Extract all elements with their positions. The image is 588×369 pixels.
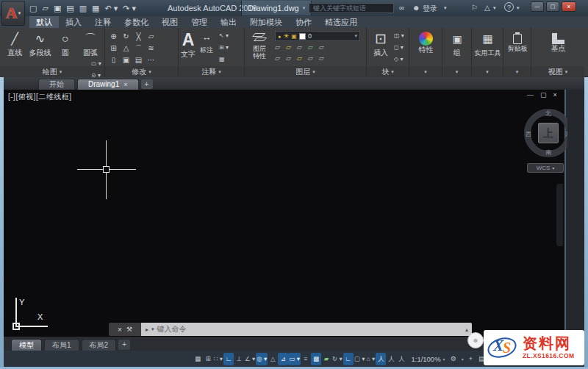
minimize-button[interactable]: — <box>531 1 544 12</box>
status-toggle-icon[interactable]: ↻ ▾ <box>331 353 343 365</box>
status-toggle-icon[interactable]: ▰ <box>321 353 331 365</box>
sign-in-button[interactable]: 登录 <box>423 4 437 14</box>
tab-drawing1[interactable]: Drawing1 × <box>77 79 139 90</box>
dimension-tool-button[interactable]: ↔ 标注 <box>200 29 213 54</box>
modify-tool-icon[interactable]: ⊞ <box>107 43 120 54</box>
command-input[interactable]: ▸ ▾ 键入命令 ▴ <box>141 323 472 336</box>
command-line[interactable]: × ⚒ ▸ ▾ 键入命令 ▴ <box>109 323 472 336</box>
ribbon-tab[interactable]: 协作 <box>289 16 318 28</box>
layer-tool-icon[interactable]: ▱ <box>275 54 280 63</box>
layer-tool-icon[interactable]: ▱ <box>297 54 302 63</box>
draw-small-icon[interactable]: ▭ ▾ <box>91 59 101 69</box>
qat-icon[interactable]: ▣ <box>54 2 61 14</box>
panel-label-modify[interactable]: 修改 ▾ <box>105 66 178 77</box>
ribbon-tab[interactable]: 附加模块 <box>243 16 289 28</box>
chevron-down-icon[interactable]: ▾ <box>493 3 496 13</box>
panel-label-draw[interactable]: 绘图 ▾ <box>0 66 104 77</box>
doc-minimize-button[interactable]: — <box>527 91 534 98</box>
layer-tool-icon[interactable]: ▱ <box>286 54 291 63</box>
maximize-button[interactable]: ▢ <box>546 1 559 12</box>
ribbon-tab[interactable]: 输出 <box>214 16 243 28</box>
annotate-small-icon[interactable]: ▦ <box>219 54 229 65</box>
wrench-icon[interactable]: ⚒ <box>126 326 132 333</box>
ribbon-tab[interactable]: 参数化 <box>118 16 155 28</box>
viewport-controls[interactable]: [-][俯视][二维线框] <box>8 92 72 102</box>
modify-tool-icon[interactable]: △ <box>120 43 132 54</box>
annotate-small-icon[interactable]: ⊞ ▾ <box>219 43 229 53</box>
tab-start[interactable]: 开始 <box>38 79 75 90</box>
status-toggle-icon[interactable]: ▦ <box>193 353 203 365</box>
help-icon[interactable]: ? <box>504 2 514 12</box>
doc-close-button[interactable]: × <box>553 91 557 98</box>
ribbon-tab[interactable]: 视图 <box>155 16 184 28</box>
block-small-icon[interactable]: ◇ ▾ <box>394 54 404 65</box>
chevron-down-icon[interactable]: ▾ <box>354 33 357 39</box>
status-toggle-icon[interactable]: ⊥ <box>234 353 244 365</box>
close-tab-icon[interactable]: × <box>123 79 127 90</box>
drawing-canvas[interactable]: [-][俯视][二维线框] — ▢ × 北 南 西 东 上 WCS ▾ X Y <box>4 90 566 337</box>
status-toggle-icon[interactable]: ≡ <box>301 353 311 365</box>
qat-icon[interactable]: ▦ <box>92 2 99 14</box>
modify-tool-icon[interactable]: ⌒ <box>132 43 145 54</box>
ribbon-tab[interactable]: 管理 <box>184 16 214 28</box>
customization-gear-icon[interactable]: ⚙ <box>451 355 456 362</box>
status-toggle-icon[interactable]: ∠ ▾ <box>244 353 256 365</box>
status-toggle-icon[interactable]: 人 <box>396 353 406 365</box>
status-toggle-icon[interactable]: ⊞ <box>203 353 213 365</box>
qat-icon[interactable]: ↶ ▾ <box>105 2 118 14</box>
paste-button[interactable]: 剪贴板 <box>508 29 528 53</box>
chevron-down-icon[interactable]: ▾ <box>443 357 445 362</box>
doc-restore-button[interactable]: ▢ <box>540 91 547 98</box>
modify-tool-icon[interactable]: ⊕ <box>107 31 120 43</box>
block-small-icon[interactable]: ◫ ▾ <box>394 31 404 41</box>
command-history-icon[interactable]: ▴ <box>465 326 472 333</box>
status-toggle-icon[interactable]: 人 <box>386 353 396 365</box>
status-toggle-icon[interactable]: ∟ <box>343 353 354 365</box>
qat-icon[interactable]: ▥ <box>79 2 87 14</box>
viewcube-north[interactable]: 北 <box>545 110 551 118</box>
status-toggle-icon[interactable]: ▩ <box>311 353 321 365</box>
ribbon-tab[interactable]: 默认 <box>29 16 59 28</box>
draw-tool-button[interactable]: ○ 圆 <box>53 29 78 57</box>
layer-tool-icon[interactable]: ▱ <box>286 43 291 52</box>
chevron-down-icon[interactable]: ▾ <box>444 3 447 13</box>
layer-tool-icon[interactable]: ▱ <box>275 43 280 52</box>
status-toggle-icon[interactable]: ⊿ <box>278 353 288 365</box>
modify-tool-icon[interactable]: ▱ <box>145 31 157 43</box>
layer-properties-button[interactable]: 图层特性 <box>247 29 272 60</box>
ribbon-tab[interactable]: 精选应用 <box>318 16 364 28</box>
isolate-objects-icon[interactable]: + <box>469 355 473 362</box>
close-button[interactable]: × <box>562 1 576 12</box>
layer-dropdown[interactable]: ● ☀ ▣ 0 ▾ <box>275 31 360 41</box>
layer-tool-icon[interactable]: ▱ <box>308 43 313 52</box>
group-button[interactable]: ▣ 组 <box>452 29 462 57</box>
app-menu-button[interactable]: A ▾ <box>1 1 25 26</box>
panel-label-view[interactable]: 视图 ▾ <box>531 66 584 77</box>
block-small-icon[interactable]: ◻ ▾ <box>394 43 404 53</box>
annotate-small-icon[interactable]: ↖ ▾ <box>219 31 229 41</box>
draw-tool-button[interactable]: ⌒ 圆弧 <box>78 29 103 57</box>
ribbon-tab[interactable]: 插入 <box>59 16 88 28</box>
qat-icon[interactable]: ↷ ▾ <box>123 2 136 14</box>
layout-tab[interactable]: 布局2 <box>82 339 117 351</box>
layer-on-icon[interactable]: ● <box>278 34 281 39</box>
modify-tool-icon[interactable]: ▯ <box>107 54 120 66</box>
qat-icon[interactable]: ▤ <box>66 2 74 14</box>
insert-block-button[interactable]: ⊡ 插入 <box>369 29 392 57</box>
modify-tool-icon[interactable]: ⋯ <box>145 54 157 66</box>
modify-tool-icon[interactable]: ▤ <box>132 54 145 66</box>
panel-label-layers[interactable]: 图层 ▾ <box>245 66 366 77</box>
app-store-icon[interactable]: ⚐ <box>471 3 478 13</box>
text-tool-button[interactable]: A 文字 <box>181 29 196 59</box>
base-point-button[interactable]: 基点 <box>551 29 566 53</box>
document-title-tab[interactable]: Drawing1.dwg ▾ <box>241 1 312 15</box>
layer-lock-icon[interactable]: ▣ <box>291 33 297 40</box>
panel-label-clipboard[interactable]: ▾ <box>503 66 531 77</box>
viewcube-west[interactable]: 西 <box>526 130 531 138</box>
layer-tool-icon[interactable]: ▱ <box>319 43 324 52</box>
modify-tool-icon[interactable]: ≋ <box>145 43 157 54</box>
collapsed-side-panel[interactable] <box>556 184 563 246</box>
alert-icon[interactable]: △ <box>484 3 490 13</box>
properties-button[interactable]: 特性 <box>419 29 434 54</box>
layer-thaw-icon[interactable]: ☀ <box>283 32 289 40</box>
